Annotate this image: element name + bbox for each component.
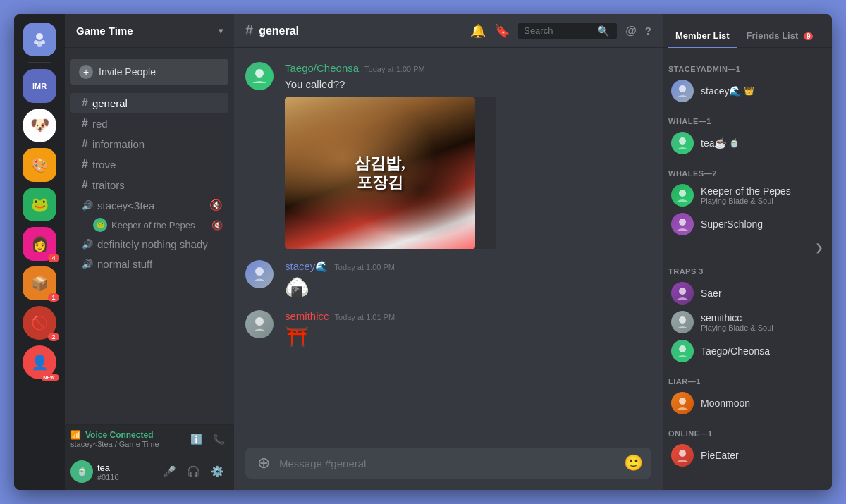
server-icon-girl[interactable]: 👩 4 xyxy=(23,227,56,261)
plus-icon: + xyxy=(79,65,93,79)
attach-button[interactable]: ⊕ xyxy=(254,453,274,473)
search-input[interactable] xyxy=(524,25,594,36)
chat-header: # general 🔔 🔖 🔍 @ ? xyxy=(234,14,663,48)
msg-time-taego: Today at 1:00 PM xyxy=(364,65,425,73)
server-icon-pepe[interactable]: 🐸 xyxy=(23,188,56,221)
member-avatar-moonmoon xyxy=(671,392,694,414)
username: tea xyxy=(97,462,119,473)
bookmark-button[interactable]: 🔖 xyxy=(494,23,510,39)
sub-avatar-keeper: 🐸 xyxy=(93,218,107,232)
member-name-semithicc: semithicc xyxy=(701,312,773,324)
msg-image-taego: 삼김밥,포장김 xyxy=(285,97,496,249)
member-avatar-stacey xyxy=(671,80,694,102)
msg-author-semithicc: semithicc xyxy=(285,310,329,322)
hash-icon-info: # xyxy=(82,137,88,150)
member-name-group-tea: tea☕ 🍵 xyxy=(701,137,740,149)
chat-header-left: # general xyxy=(245,23,299,39)
member-name-group-moonmoon: Moonmoon xyxy=(701,398,750,409)
headphones-button[interactable]: 🎧 xyxy=(182,460,204,483)
server-icon-user2[interactable]: 🚫 2 xyxy=(23,306,56,340)
channel-item-normal[interactable]: 🔊 normal stuff xyxy=(70,254,228,273)
user-avatar: 🍵 xyxy=(70,460,93,483)
channel-item-stacey3tea[interactable]: 🔊 stacey<3tea 🔇 xyxy=(70,195,228,215)
voice-status-row: 📶 Voice Connected stacey<3tea / Game Tim… xyxy=(70,429,228,449)
channel-item-information[interactable]: # information xyxy=(70,134,228,154)
hash-icon-red: # xyxy=(82,117,88,130)
channel-item-red[interactable]: # red xyxy=(70,113,228,133)
channel-name-general: general xyxy=(92,97,128,109)
voice-info-button[interactable]: ℹ️ xyxy=(186,429,206,449)
food-image-text: 삼김밥,포장김 xyxy=(355,154,405,192)
voice-connected-area: 📶 Voice Connected stacey<3tea / Game Tim… xyxy=(65,424,234,453)
msg-time-semithicc: Today at 1:01 PM xyxy=(335,313,396,321)
member-item-pieeater[interactable]: PieEater xyxy=(666,441,829,469)
chat-channel-name: general xyxy=(259,25,299,37)
member-item-saer[interactable]: Saer xyxy=(666,279,829,307)
server-header[interactable]: Game Time ▾ xyxy=(65,14,234,48)
msg-author-stacey: stacey🌊 xyxy=(285,260,329,273)
collapse-arrow-icon: ❯ xyxy=(815,242,823,253)
help-button[interactable]: ? xyxy=(645,25,651,37)
msg-content-taego: Taego/Cheonsa Today at 1:00 PM You calle… xyxy=(285,62,651,249)
tab-member-list[interactable]: Member List xyxy=(668,25,737,48)
bell-button[interactable]: 🔔 xyxy=(470,23,486,39)
speaker-mute-icon: 🔇 xyxy=(209,199,223,211)
cup-icon: 🍵 xyxy=(729,138,740,148)
app-window: IMR 🐶 🎨 🐸 👩 4 📦 1 🚫 2 👤 NEW↓ Game Time ▾ xyxy=(14,14,832,490)
member-item-moonmoon[interactable]: Moonmoon xyxy=(666,389,829,417)
server-icon-imr[interactable]: IMR xyxy=(23,69,56,103)
svg-point-7 xyxy=(679,85,686,92)
mic-button[interactable]: 🎤 xyxy=(158,460,180,483)
msg-text-taego: You called?? xyxy=(285,77,651,92)
channel-item-trove[interactable]: # trove xyxy=(70,154,228,174)
message-input[interactable] xyxy=(279,457,618,469)
chat-header-right: 🔔 🔖 🔍 @ ? xyxy=(470,23,651,39)
member-category-online: ONLINE—1 xyxy=(663,418,832,441)
member-item-keeper[interactable]: Keeper of the Pepes Playing Blade & Soul xyxy=(666,181,829,209)
member-item-tea[interactable]: tea☕ 🍵 xyxy=(666,129,829,157)
member-name-group-taego: Taego/Cheonsa xyxy=(701,345,770,357)
voice-icon-buttons: ℹ️ 📞 xyxy=(186,429,228,449)
message-group-semithicc: semithicc Today at 1:01 PM ⛩️ xyxy=(234,307,663,351)
msg-header-taego: Taego/Cheonsa Today at 1:00 PM xyxy=(285,62,651,74)
tab-friends-list[interactable]: Friends List 9 xyxy=(740,25,821,48)
server-icon-game-time[interactable] xyxy=(23,23,56,56)
member-name-group-semithicc: semithicc Playing Blade & Soul xyxy=(701,312,773,332)
svg-point-8 xyxy=(679,137,686,145)
member-item-superschlong[interactable]: SuperSchlong xyxy=(666,210,829,238)
server-icon-cube[interactable]: 📦 1 xyxy=(23,266,56,300)
server-icon-dog[interactable]: 🐶 xyxy=(23,109,56,142)
invite-people-button[interactable]: + Invite People xyxy=(70,59,228,85)
voice-sublabel: stacey<3tea / Game Time xyxy=(70,440,159,448)
member-item-stacey[interactable]: stacey🌊 👑 xyxy=(666,77,829,105)
msg-avatar-semithicc xyxy=(245,310,274,338)
member-item-taego[interactable]: Taego/Cheonsa xyxy=(666,337,829,365)
member-name-stacey: stacey🌊 xyxy=(701,85,741,97)
sub-member-keeper: Keeper of the Pepes xyxy=(111,220,195,231)
server-icon-new[interactable]: 👤 NEW↓ xyxy=(23,345,56,379)
invite-button-label: Invite People xyxy=(99,66,156,78)
sub-mute-icon: 🔇 xyxy=(212,220,223,231)
voice-disconnect-button[interactable]: 📞 xyxy=(209,429,228,449)
member-category-liar: LIAR—1 xyxy=(663,366,832,388)
emoji-button[interactable]: 🙂 xyxy=(624,454,643,472)
settings-button[interactable]: ⚙️ xyxy=(206,460,228,483)
member-name-taego: Taego/Cheonsa xyxy=(701,345,770,357)
channel-item-shady[interactable]: 🔊 definitely nothing shady xyxy=(70,235,228,254)
server-icon-art[interactable]: 🎨 xyxy=(23,148,56,182)
server-badge-girl: 4 xyxy=(48,254,59,262)
channel-name-shady: definitely nothing shady xyxy=(97,238,208,250)
channel-item-general[interactable]: # general xyxy=(70,93,228,113)
member-item-semithicc[interactable]: semithicc Playing Blade & Soul xyxy=(666,308,829,336)
svg-point-0 xyxy=(36,33,43,40)
msg-header-stacey: stacey🌊 Today at 1:00 PM xyxy=(285,260,651,273)
at-button[interactable]: @ xyxy=(625,25,637,37)
search-bar[interactable]: 🔍 xyxy=(518,23,617,39)
server-badge-cube: 1 xyxy=(48,293,59,302)
channel-sub-keeper[interactable]: 🐸 Keeper of the Pepes 🔇 xyxy=(70,216,228,234)
channel-item-traitors[interactable]: # traitors xyxy=(70,175,228,195)
message-input-area: ⊕ 🙂 xyxy=(234,448,663,490)
member-name-group-superschlong: SuperSchlong xyxy=(701,219,763,230)
voice-status-info: 📶 Voice Connected stacey<3tea / Game Tim… xyxy=(70,430,159,448)
svg-point-11 xyxy=(679,288,686,295)
